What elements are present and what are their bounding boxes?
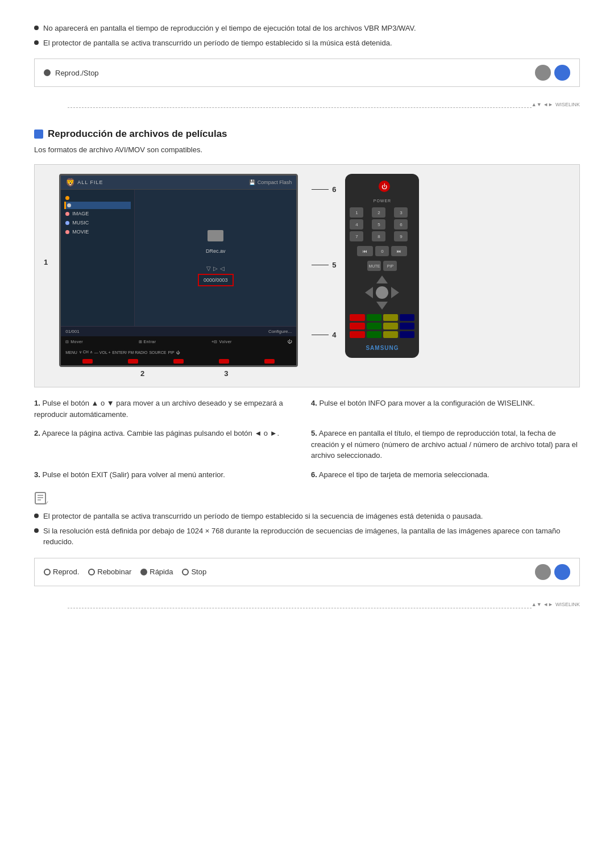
remote-color-yellow[interactable] xyxy=(383,314,398,321)
tv-progress-section: ▽ ▷ ◁ 0000/0003 xyxy=(198,265,234,286)
instruction-4-num: 4. xyxy=(311,399,317,407)
remote-btn-2[interactable]: 2 xyxy=(372,207,385,218)
remote-btn-9[interactable]: 9 xyxy=(394,231,408,241)
note-icon: ✓ xyxy=(34,490,50,506)
nav-logo-text: WISELINK xyxy=(555,102,580,107)
remote-dpad-left[interactable] xyxy=(365,287,373,298)
instruction-6: 6. Aparece el tipo de tarjeta de memoria… xyxy=(311,469,580,481)
gray-button-top[interactable] xyxy=(535,65,551,81)
section-title: Reproducción de archivos de películas xyxy=(48,128,227,140)
instruction-4-text: Pulse el botón INFO para mover a la conf… xyxy=(319,399,534,407)
instruction-1-num: 1. xyxy=(34,399,40,407)
tv-media-info: 💾 Compact Flash xyxy=(249,180,292,185)
remote-color-blue2[interactable] xyxy=(400,323,414,329)
bullet-text-2: El protector de pantalla se activa trans… xyxy=(43,37,392,49)
remote-btn-5[interactable]: 5 xyxy=(372,219,385,229)
radio-filled-icon[interactable] xyxy=(44,69,51,76)
bullet-text-1: No aparecerá en pantalla el tiempo de re… xyxy=(43,23,416,34)
tv-bottom-config: Configure... xyxy=(268,329,292,334)
tv-nav-mover: ⊟ Mover xyxy=(65,340,83,344)
blue-button-bottom[interactable] xyxy=(554,564,570,580)
remote-btn-7[interactable]: 7 xyxy=(350,231,363,241)
bullet-dot-2 xyxy=(34,40,39,45)
blue-button-top[interactable] xyxy=(554,65,570,81)
remote-btn-mute[interactable]: MUTE xyxy=(367,261,381,271)
remote-extra-row: MUTE PIP xyxy=(350,261,414,271)
remote-color-yellow2[interactable] xyxy=(383,323,398,329)
remote-btn-8[interactable]: 8 xyxy=(372,231,385,241)
remote-btn-0[interactable]: 0 xyxy=(375,246,389,256)
tv-ctrl-vol: — VOL + xyxy=(94,350,111,354)
radio-reprod[interactable] xyxy=(44,569,51,575)
gray-button-bottom[interactable] xyxy=(535,564,551,580)
remote-color-red[interactable] xyxy=(350,314,364,321)
annotation-1: 1 xyxy=(44,258,48,266)
instruction-6-num: 6. xyxy=(311,470,317,479)
remote-btn-pip[interactable]: PIP xyxy=(383,261,397,271)
tv-nav-volver: +⊟ Volver xyxy=(211,340,232,344)
annotation-4-row: 4 xyxy=(312,331,336,339)
line-4 xyxy=(312,335,329,335)
tv-content-area: IMAGE MUSIC MOVIE DRec.av xyxy=(61,190,296,326)
remote-btn-6[interactable]: 6 xyxy=(394,219,408,229)
instruction-6-text: Aparece el tipo de tarjeta de memoria se… xyxy=(319,470,489,479)
remote-color-yellow3[interactable] xyxy=(383,331,398,338)
remote-btn-1[interactable]: 1 xyxy=(350,207,363,218)
tv-progress-text: 0000/0003 xyxy=(204,277,228,283)
remote-btn-3[interactable]: 3 xyxy=(394,207,408,218)
remote-color-green2[interactable] xyxy=(367,323,381,329)
remote-power-btn[interactable]: ⏻ xyxy=(379,181,390,192)
tv-btn-red xyxy=(82,359,93,364)
note-section: ✓ El protector de pantalla se activa tra… xyxy=(34,490,580,548)
instruction-5: 5. Aparece en pantalla el título, el tie… xyxy=(311,428,580,461)
remote-color-green[interactable] xyxy=(367,314,381,321)
remote-dpad xyxy=(365,276,399,310)
note-bullet-1: El protector de pantalla se activa trans… xyxy=(34,511,580,522)
option-stop: Stop xyxy=(182,567,206,576)
remote-dpad-center[interactable] xyxy=(376,286,388,299)
radio-rapida[interactable] xyxy=(140,569,147,575)
tv-btn-red4 xyxy=(219,359,229,364)
instruction-4: 4. Pulse el botón INFO para mover a la c… xyxy=(311,398,580,420)
remote-dpad-up[interactable] xyxy=(376,276,388,283)
annotation-6-row: 6 xyxy=(312,185,336,194)
tv-physical-controls: MENU ∨ CH ∧ — VOL + ENTER/ FM RADIO SOUR… xyxy=(61,347,296,357)
tv-nav-power: ⏻ xyxy=(287,339,292,344)
remote-btn-4[interactable]: 4 xyxy=(350,219,363,229)
remote-dpad-right[interactable] xyxy=(391,287,399,298)
tv-btn-red2 xyxy=(128,359,138,364)
tv-ctrl-power: ⏻ xyxy=(176,350,180,354)
option-rapida: Rápida xyxy=(140,567,173,576)
radio-stop[interactable] xyxy=(182,569,189,575)
note-text-2: Si la resolución está definida por debaj… xyxy=(43,525,580,548)
remote-btn-next[interactable]: ⏭ xyxy=(391,246,407,256)
remote-color-red2[interactable] xyxy=(350,323,364,329)
tv-btn-red5 xyxy=(264,359,275,364)
tv-ctrl-enter: ENTER/ FM RADIO xyxy=(113,350,148,354)
radio-rebobinar[interactable] xyxy=(88,569,95,575)
instruction-5-text: Aparece en pantalla el título, el tiempo… xyxy=(311,429,578,460)
remote-color-green3[interactable] xyxy=(367,331,381,338)
remote-power-label: POWER xyxy=(374,199,391,203)
option-reprod: Reprod. xyxy=(44,567,79,576)
sidebar-dot-music xyxy=(65,221,69,225)
instruction-2: 2. Aparece la página activa. Cambie las … xyxy=(34,428,303,461)
remote-color-blue[interactable] xyxy=(400,314,414,321)
tv-bottom-bar: 01/001 Configure... xyxy=(61,326,296,336)
sidebar-dot-movie xyxy=(65,230,69,234)
remote-btn-prev[interactable]: ⏮ xyxy=(357,246,373,256)
note-dot-2 xyxy=(34,528,39,533)
instructions-grid: 1. Pulse el botón ▲ o ▼ para mover a un … xyxy=(34,398,580,480)
tv-ctrl-source: SOURCE xyxy=(149,350,166,354)
spacer-right2 xyxy=(312,291,336,308)
instruction-1: 1. Pulse el botón ▲ o ▼ para mover a un … xyxy=(34,398,303,420)
bullet-item-2: El protector de pantalla se activa trans… xyxy=(34,37,580,49)
remote-color-red3[interactable] xyxy=(350,331,364,338)
label-stop: Stop xyxy=(191,567,206,576)
remote-dpad-down[interactable] xyxy=(376,302,388,310)
remote-misc-row: ⏮ 0 ⏭ xyxy=(350,246,414,256)
tv-sidebar-item-0 xyxy=(64,194,131,202)
section-title-row: Reproducción de archivos de películas xyxy=(34,128,580,140)
tv-ctrl-ch: ∨ CH ∧ xyxy=(79,350,93,354)
remote-color-blue3[interactable] xyxy=(400,331,414,338)
